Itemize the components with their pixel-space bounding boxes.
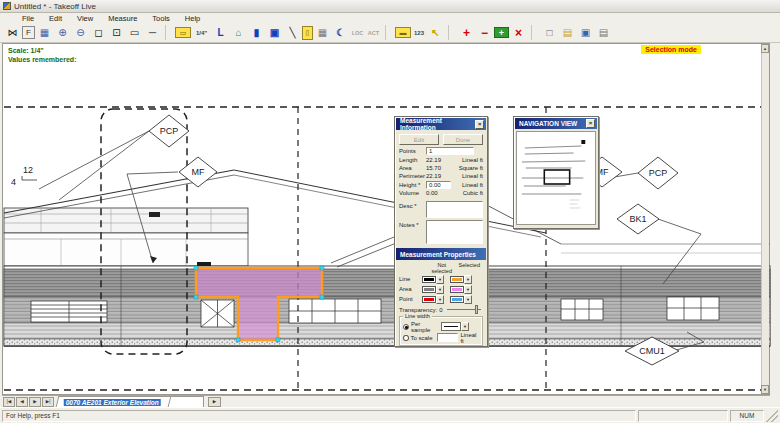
done-button[interactable]: Done <box>443 134 483 145</box>
point-color-not-selected-dropdown[interactable]: ▼ <box>422 295 444 304</box>
deskew-icon[interactable]: ▭ <box>126 25 143 40</box>
navigation-minimap[interactable] <box>516 131 596 225</box>
measurement-info-titlebar[interactable]: Measurement Information × <box>396 118 486 130</box>
zoom-window-icon[interactable]: ◻ <box>90 25 107 40</box>
measure-line-icon[interactable]: ─ <box>144 25 161 40</box>
edit-button[interactable]: Edit <box>399 134 439 145</box>
scale-label-icon[interactable]: 1/4" <box>192 25 211 40</box>
area-value: 15.70 <box>426 165 451 171</box>
volume-tool-icon[interactable]: ▮ <box>248 25 265 40</box>
grid-icon[interactable]: ▦ <box>314 25 331 40</box>
measurement-info-title: Measurement Information <box>400 117 475 131</box>
color-swatch <box>450 296 464 303</box>
numbering-icon[interactable]: 123 <box>412 25 426 40</box>
active-sheet-label: 0070 AE201 Exterior Elevation <box>64 399 161 406</box>
title-bar[interactable]: Untitled * - Takeoff Live <box>0 0 780 13</box>
menu-view[interactable]: View <box>75 14 95 23</box>
curve-tool-icon[interactable]: ☾ <box>332 25 349 40</box>
line-color-label: Line <box>399 276 422 282</box>
resize-grip[interactable] <box>766 410 778 422</box>
chevron-down-icon[interactable]: ▼ <box>436 275 444 284</box>
shapes-tool-icon[interactable]: ▣ <box>266 25 283 40</box>
scroll-down-arrow[interactable]: ▼ <box>761 385 769 394</box>
to-scale-unit: Lineal ft <box>460 332 479 344</box>
close-icon[interactable]: × <box>475 120 484 129</box>
desc-textarea[interactable] <box>426 201 483 218</box>
pan-tool-icon[interactable]: ⋈ <box>4 25 21 40</box>
color-swatch <box>422 286 436 293</box>
subtract-measurement-icon[interactable]: − <box>476 25 493 40</box>
slider-thumb[interactable] <box>475 305 478 314</box>
height-field[interactable]: 0.00 <box>426 181 451 189</box>
notes-textarea[interactable] <box>426 220 483 244</box>
chevron-down-icon[interactable]: ▼ <box>464 275 472 284</box>
zoom-extents-icon[interactable]: ⊡ <box>108 25 125 40</box>
navigation-view-titlebar[interactable]: NAVIGATION VIEW × <box>515 118 597 129</box>
image-icon[interactable]: ▦ <box>36 25 53 40</box>
note-icon[interactable]: ▬ <box>395 27 411 38</box>
per-sample-radio[interactable] <box>403 324 409 330</box>
chevron-down-icon[interactable]: ▼ <box>461 322 469 331</box>
print-icon[interactable]: ▤ <box>595 25 612 40</box>
transparency-value: 0 <box>439 307 447 313</box>
to-scale-field[interactable] <box>437 333 458 342</box>
area-color-not-selected-dropdown[interactable]: ▼ <box>422 285 444 294</box>
loc-toggle[interactable]: LOC <box>350 25 365 40</box>
chevron-down-icon[interactable]: ▼ <box>464 285 472 294</box>
menu-help[interactable]: Help <box>183 14 202 23</box>
height-unit: Lineal ft <box>451 182 483 188</box>
to-scale-radio[interactable] <box>403 335 409 341</box>
zoom-out-icon[interactable]: ⊖ <box>72 25 89 40</box>
points-field[interactable]: 1 <box>426 147 474 155</box>
first-sheet-button[interactable]: |◀ <box>3 397 15 407</box>
diagonal-line-icon[interactable]: ╲ <box>284 25 301 40</box>
menu-tools[interactable]: Tools <box>150 14 172 23</box>
zoom-in-icon[interactable]: ⊕ <box>54 25 71 40</box>
tab-exterior-elevation[interactable]: 0070 AE201 Exterior Elevation <box>56 396 172 407</box>
area-color-selected-dropdown[interactable]: ▼ <box>450 285 472 294</box>
new-file-icon[interactable]: □ <box>541 25 558 40</box>
transparency-slider[interactable] <box>447 305 483 314</box>
close-icon[interactable]: × <box>586 119 595 128</box>
menu-edit[interactable]: Edit <box>47 14 64 23</box>
perimeter-label: Perimeter <box>399 173 426 179</box>
chevron-down-icon[interactable]: ▼ <box>436 285 444 294</box>
navigation-view-window: NAVIGATION VIEW × <box>513 116 599 229</box>
add-area-icon[interactable]: + <box>494 27 509 38</box>
chevron-down-icon[interactable]: ▼ <box>464 295 472 304</box>
open-file-icon[interactable]: ▤ <box>559 25 576 40</box>
add-measurement-icon[interactable]: + <box>458 25 475 40</box>
line-width-dropdown[interactable]: ▼ <box>441 322 469 331</box>
keynote-mf-left: MF <box>192 167 205 177</box>
menu-file[interactable]: File <box>20 14 36 23</box>
last-sheet-button[interactable]: ▶| <box>42 397 54 407</box>
drawing-canvas[interactable]: Scale: 1/4" Values remembered: Selection… <box>2 43 770 395</box>
act-toggle[interactable]: ACT <box>366 25 381 40</box>
select-cursor-icon[interactable]: ↖ <box>427 25 444 40</box>
point-color-selected-dropdown[interactable]: ▼ <box>450 295 472 304</box>
menu-measure[interactable]: Measure <box>106 14 139 23</box>
report-icon[interactable]: F <box>22 26 35 39</box>
vertical-scrollbar[interactable]: ▲ ▼ <box>761 44 769 394</box>
col-selected: Selected <box>456 262 484 274</box>
line-color-not-selected-dropdown[interactable]: ▼ <box>422 275 444 284</box>
vertical-ruler-icon[interactable]: L <box>212 25 229 40</box>
points-label: Points <box>399 148 426 154</box>
transparency-label: Transparency: <box>399 307 437 313</box>
prev-sheet-button[interactable]: ◀ <box>16 397 28 407</box>
color-swatch <box>422 296 436 303</box>
area-tool-icon[interactable]: ⌂ <box>230 25 247 40</box>
save-file-icon[interactable]: ▣ <box>577 25 594 40</box>
chevron-down-icon[interactable]: ▼ <box>436 295 444 304</box>
measurement-props-header: Measurement Properties <box>396 248 486 260</box>
viewport-indicator[interactable] <box>544 170 569 184</box>
tape-measure-icon[interactable]: ▭ <box>175 27 191 38</box>
next-sheet-button[interactable]: ▶ <box>29 397 41 407</box>
notes-panel-icon[interactable]: ▯ <box>302 26 313 40</box>
line-color-selected-dropdown[interactable]: ▼ <box>450 275 472 284</box>
scroll-up-arrow[interactable]: ▲ <box>761 44 769 53</box>
delete-measurement-icon[interactable]: × <box>510 25 527 40</box>
measurement-information-window: Measurement Information × Edit Done Poin… <box>394 116 488 347</box>
tab-scroll-button[interactable]: ▶ <box>208 397 221 407</box>
toolbar-separator <box>531 25 537 40</box>
